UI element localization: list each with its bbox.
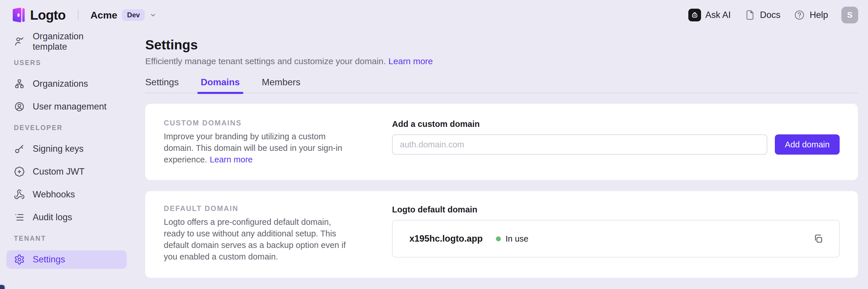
docs-button[interactable]: Docs (744, 9, 781, 21)
sidebar-item-signing-keys[interactable]: Signing keys (6, 140, 127, 158)
custom-domains-description: Improve your branding by utilizing a cus… (164, 131, 352, 165)
sidebar-section-developer: DEVELOPER (6, 123, 127, 132)
sidebar-section-users: USERS (6, 59, 127, 67)
tenant-selector[interactable]: Acme Dev (91, 9, 157, 21)
user-avatar[interactable]: S (841, 7, 858, 24)
sidebar-item-label: Webhooks (33, 189, 75, 200)
brand-name: Logto (30, 7, 66, 23)
sidebar-item-label: Custom JWT (33, 167, 85, 177)
domain-status: In use (496, 234, 528, 244)
sidebar-item-label: Organizations (33, 79, 88, 89)
tab-domains[interactable]: Domains (201, 77, 240, 93)
sidebar-section-tenant: TENANT (6, 234, 127, 243)
topbar: Logto Acme Dev Ask AI (0, 0, 868, 30)
organization-template-icon (14, 36, 25, 47)
ask-ai-label: Ask AI (705, 10, 731, 20)
corner-widget-peek (0, 285, 5, 289)
page-subtitle-text: Efficiently manage tenant settings and c… (145, 57, 386, 66)
sidebar-item-user-management[interactable]: User management (6, 97, 127, 116)
copy-domain-button[interactable] (811, 232, 825, 246)
default-domain-description: Logto offers a pre-configured default do… (164, 216, 352, 262)
custom-domains-card: CUSTOM DOMAINS Improve your branding by … (145, 104, 858, 180)
tenant-env-badge: Dev (122, 9, 145, 21)
sidebar-item-custom-jwt[interactable]: Custom JWT (6, 162, 127, 181)
docs-icon (744, 9, 756, 21)
logto-home-link[interactable]: Logto (11, 7, 66, 23)
help-icon (794, 9, 805, 21)
sidebar-item-label: Settings (33, 254, 65, 265)
custom-jwt-icon (14, 166, 25, 177)
signing-keys-icon (14, 143, 25, 154)
docs-label: Docs (760, 10, 781, 20)
add-custom-domain-row: Add domain (392, 134, 840, 155)
sidebar-item-label: Audit logs (33, 212, 72, 222)
status-dot-icon (496, 237, 501, 241)
default-domain-panel: Logto default domain x195hc.logto.app In… (366, 204, 840, 257)
status-label: In use (505, 234, 528, 244)
sidebar-item-settings[interactable]: Settings (6, 250, 127, 269)
ask-ai-icon (688, 9, 701, 22)
main-content: Settings Efficiently manage tenant setti… (133, 29, 868, 289)
sidebar: Organization template USERS Organization… (0, 29, 133, 289)
default-domain-info: DEFAULT DOMAIN Logto offers a pre-config… (164, 204, 366, 271)
sidebar-item-organization-template[interactable]: Organization template (6, 32, 127, 51)
sidebar-item-label: Signing keys (33, 144, 84, 154)
webhooks-icon (14, 189, 25, 200)
logto-logo-icon (11, 7, 25, 23)
sidebar-item-label: Organization template (33, 31, 119, 52)
ask-ai-button[interactable]: Ask AI (688, 9, 731, 22)
user-management-icon (14, 101, 25, 112)
sidebar-item-audit-logs[interactable]: Audit logs (6, 208, 127, 226)
tenant-name: Acme (91, 9, 118, 21)
custom-domains-info: CUSTOM DOMAINS Improve your branding by … (164, 119, 366, 174)
topbar-actions: Ask AI Docs Help S (688, 7, 858, 24)
audit-logs-icon (14, 212, 25, 223)
subtitle-learn-more-link[interactable]: Learn more (389, 57, 433, 66)
copy-icon (813, 233, 824, 244)
tab-bar: Settings Domains Members (145, 77, 858, 93)
sidebar-item-organizations[interactable]: Organizations (6, 75, 127, 93)
chevron-down-icon (150, 11, 157, 19)
add-domain-button[interactable]: Add domain (775, 134, 840, 155)
organizations-icon (14, 78, 25, 89)
help-button[interactable]: Help (794, 9, 828, 21)
custom-domains-form: Add a custom domain Add domain (366, 119, 840, 155)
page-title: Settings (145, 37, 858, 52)
add-custom-domain-label: Add a custom domain (392, 119, 840, 129)
default-domain-value: x195hc.logto.app (409, 233, 483, 244)
default-domain-row: x195hc.logto.app In use (392, 220, 840, 257)
logto-default-domain-label: Logto default domain (392, 204, 840, 215)
page-subtitle: Efficiently manage tenant settings and c… (145, 56, 858, 67)
default-domain-section-label: DEFAULT DOMAIN (164, 204, 366, 213)
custom-domains-section-label: CUSTOM DOMAINS (164, 119, 366, 127)
sidebar-item-webhooks[interactable]: Webhooks (6, 185, 127, 204)
tab-settings[interactable]: Settings (145, 77, 179, 93)
default-domain-card: DEFAULT DOMAIN Logto offers a pre-config… (145, 191, 858, 278)
help-label: Help (810, 10, 828, 20)
tab-members[interactable]: Members (262, 77, 300, 93)
sidebar-item-label: User management (33, 102, 106, 112)
custom-domain-input[interactable] (392, 134, 767, 155)
topbar-divider (78, 9, 79, 21)
custom-domains-learn-more-link[interactable]: Learn more (210, 155, 253, 164)
settings-icon (14, 254, 25, 265)
